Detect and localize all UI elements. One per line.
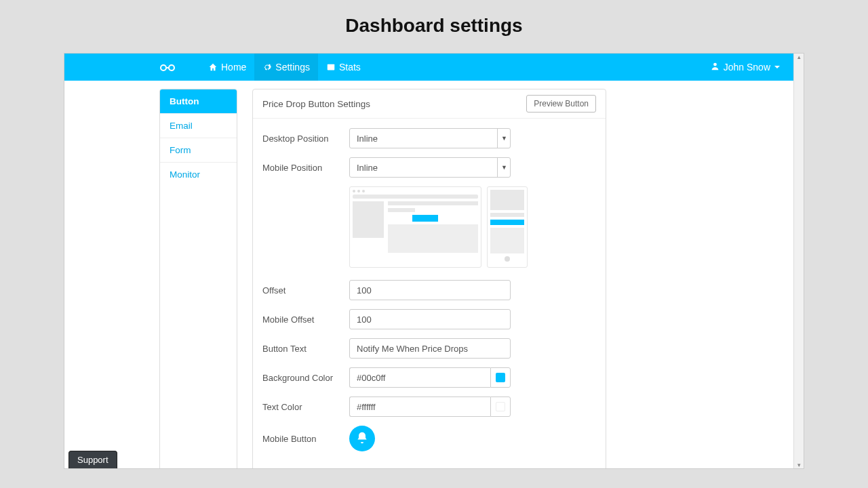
support-button[interactable]: Support <box>68 451 117 468</box>
navbar: Home Settings Stats <box>64 54 793 81</box>
background-color-label: Background Color <box>262 373 349 383</box>
scrollbar[interactable] <box>793 54 804 468</box>
nav-home[interactable]: Home <box>200 54 254 81</box>
swatch-color <box>496 373 505 382</box>
bell-icon <box>355 431 369 447</box>
text-color-swatch[interactable] <box>490 396 511 417</box>
logo-icon <box>159 60 176 75</box>
sidebar-item-monitor[interactable]: Monitor <box>160 163 237 186</box>
button-text-label: Button Text <box>262 344 349 354</box>
chevron-down-icon <box>774 66 780 68</box>
offset-label: Offset <box>262 285 349 296</box>
nav-settings-label: Settings <box>275 62 310 73</box>
panel-title: Price Drop Button Settings <box>262 99 370 109</box>
settings-panel: Price Drop Button Settings Preview Butto… <box>252 89 606 469</box>
user-icon <box>711 62 719 73</box>
home-icon <box>208 62 218 72</box>
mobile-position-label: Mobile Position <box>262 163 349 173</box>
mobile-offset-label: Mobile Offset <box>262 314 349 325</box>
app-window: Home Settings Stats <box>64 53 804 469</box>
preview-button[interactable]: Preview Button <box>526 95 596 113</box>
swatch-color <box>496 402 505 411</box>
sidebar-item-email[interactable]: Email <box>160 114 237 138</box>
svg-point-0 <box>161 65 166 70</box>
mobile-offset-input[interactable] <box>349 309 511 329</box>
desktop-layout-preview <box>349 186 481 268</box>
text-color-label: Text Color <box>262 402 349 412</box>
nav-home-label: Home <box>221 62 246 73</box>
background-color-input[interactable] <box>349 367 490 388</box>
desktop-position-label: Desktop Position <box>262 134 349 144</box>
user-menu[interactable]: John Snow <box>711 62 780 73</box>
nav-settings[interactable]: Settings <box>254 54 318 81</box>
svg-point-3 <box>713 63 717 66</box>
stats-icon <box>326 62 336 72</box>
nav-stats[interactable]: Stats <box>318 54 369 81</box>
sidebar-item-form[interactable]: Form <box>160 138 237 163</box>
page-title: Dashboard settings <box>0 0 868 49</box>
mobile-button-preview <box>349 426 375 451</box>
mobile-button-label: Mobile Button <box>262 434 349 444</box>
desktop-position-select[interactable]: Inline <box>349 128 511 148</box>
user-name: John Snow <box>724 62 770 73</box>
svg-rect-2 <box>328 64 335 70</box>
mobile-position-select[interactable]: Inline <box>349 157 511 178</box>
sidebar-item-button[interactable]: Button <box>160 89 237 114</box>
nav-stats-label: Stats <box>339 62 361 73</box>
text-color-input[interactable] <box>349 396 490 417</box>
mobile-layout-preview <box>487 186 528 268</box>
offset-input[interactable] <box>349 280 511 300</box>
settings-sidebar: Button Email Form Monitor <box>159 89 237 469</box>
svg-point-1 <box>169 65 174 70</box>
button-text-input[interactable] <box>349 338 511 359</box>
background-color-swatch[interactable] <box>490 367 511 388</box>
gear-icon <box>262 62 272 72</box>
